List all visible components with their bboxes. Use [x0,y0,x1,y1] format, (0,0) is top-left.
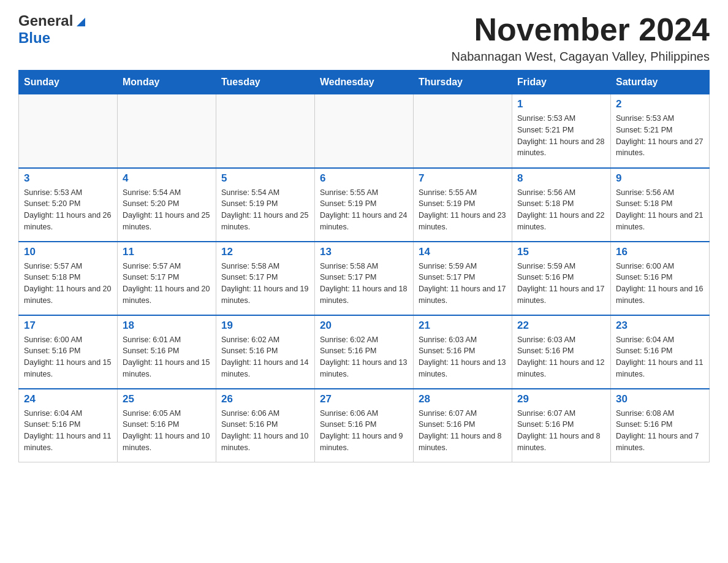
calendar-cell: 4Sunrise: 5:54 AM Sunset: 5:20 PM Daylig… [118,168,216,242]
day-info: Sunrise: 5:58 AM Sunset: 5:17 PM Dayligh… [221,261,309,307]
calendar-cell: 1Sunrise: 5:53 AM Sunset: 5:21 PM Daylig… [512,94,611,168]
calendar-cell: 29Sunrise: 6:07 AM Sunset: 5:16 PM Dayli… [512,389,611,462]
day-number: 8 [517,172,605,185]
day-info: Sunrise: 5:53 AM Sunset: 5:20 PM Dayligh… [24,187,112,233]
calendar-header-row: SundayMondayTuesdayWednesdayThursdayFrid… [19,71,710,94]
day-info: Sunrise: 6:04 AM Sunset: 5:16 PM Dayligh… [616,334,704,380]
day-number: 15 [517,246,605,258]
calendar-cell: 5Sunrise: 5:54 AM Sunset: 5:19 PM Daylig… [216,168,315,242]
header-sunday: Sunday [19,71,118,94]
day-number: 2 [616,98,704,110]
day-number: 26 [221,393,309,405]
logo-triangle-icon [74,15,85,26]
day-info: Sunrise: 6:06 AM Sunset: 5:16 PM Dayligh… [320,408,408,454]
header-monday: Monday [118,71,216,94]
calendar-cell: 22Sunrise: 6:03 AM Sunset: 5:16 PM Dayli… [512,315,611,389]
day-number: 5 [221,172,309,185]
calendar-cell: 13Sunrise: 5:58 AM Sunset: 5:17 PM Dayli… [315,242,414,315]
calendar-cell [414,94,512,168]
calendar-cell: 25Sunrise: 6:05 AM Sunset: 5:16 PM Dayli… [118,389,216,462]
day-number: 24 [24,393,112,405]
calendar-cell: 16Sunrise: 6:00 AM Sunset: 5:16 PM Dayli… [611,242,710,315]
day-info: Sunrise: 6:01 AM Sunset: 5:16 PM Dayligh… [123,334,211,380]
calendar-cell: 15Sunrise: 5:59 AM Sunset: 5:16 PM Dayli… [512,242,611,315]
day-info: Sunrise: 6:03 AM Sunset: 5:16 PM Dayligh… [419,334,507,380]
calendar-cell: 20Sunrise: 6:02 AM Sunset: 5:16 PM Dayli… [315,315,414,389]
day-info: Sunrise: 6:06 AM Sunset: 5:16 PM Dayligh… [221,408,309,454]
logo-general: General [18,12,73,29]
calendar-week-row: 17Sunrise: 6:00 AM Sunset: 5:16 PM Dayli… [19,315,710,389]
day-info: Sunrise: 6:00 AM Sunset: 5:16 PM Dayligh… [24,334,112,380]
calendar-week-row: 3Sunrise: 5:53 AM Sunset: 5:20 PM Daylig… [19,168,710,242]
calendar-cell: 27Sunrise: 6:06 AM Sunset: 5:16 PM Dayli… [315,389,414,462]
calendar-cell [315,94,414,168]
day-number: 3 [24,172,112,185]
calendar-cell: 14Sunrise: 5:59 AM Sunset: 5:17 PM Dayli… [414,242,512,315]
header-tuesday: Tuesday [216,71,315,94]
day-number: 7 [419,172,507,185]
day-info: Sunrise: 5:56 AM Sunset: 5:18 PM Dayligh… [616,187,704,233]
calendar-cell: 18Sunrise: 6:01 AM Sunset: 5:16 PM Dayli… [118,315,216,389]
calendar-cell: 26Sunrise: 6:06 AM Sunset: 5:16 PM Dayli… [216,389,315,462]
day-number: 17 [24,320,112,332]
day-info: Sunrise: 6:03 AM Sunset: 5:16 PM Dayligh… [517,334,605,380]
header-friday: Friday [512,71,611,94]
calendar-cell: 12Sunrise: 5:58 AM Sunset: 5:17 PM Dayli… [216,242,315,315]
calendar-cell: 3Sunrise: 5:53 AM Sunset: 5:20 PM Daylig… [19,168,118,242]
calendar-cell: 17Sunrise: 6:00 AM Sunset: 5:16 PM Dayli… [19,315,118,389]
day-info: Sunrise: 5:59 AM Sunset: 5:16 PM Dayligh… [517,261,605,307]
day-info: Sunrise: 5:55 AM Sunset: 5:19 PM Dayligh… [320,187,408,233]
day-number: 28 [419,393,507,405]
calendar-cell: 21Sunrise: 6:03 AM Sunset: 5:16 PM Dayli… [414,315,512,389]
calendar-cell: 7Sunrise: 5:55 AM Sunset: 5:19 PM Daylig… [414,168,512,242]
day-number: 4 [123,172,211,185]
day-number: 11 [123,246,211,258]
day-number: 1 [517,98,605,110]
day-info: Sunrise: 6:00 AM Sunset: 5:16 PM Dayligh… [616,261,704,307]
svg-marker-0 [77,18,85,26]
calendar-cell [19,94,118,168]
header: General Blue November 2024 Nabannagan We… [18,12,710,64]
day-info: Sunrise: 6:02 AM Sunset: 5:16 PM Dayligh… [221,334,309,380]
calendar-cell: 10Sunrise: 5:57 AM Sunset: 5:18 PM Dayli… [19,242,118,315]
day-number: 20 [320,320,408,332]
header-saturday: Saturday [611,71,710,94]
day-info: Sunrise: 5:54 AM Sunset: 5:20 PM Dayligh… [123,187,211,233]
day-number: 29 [517,393,605,405]
calendar-week-row: 1Sunrise: 5:53 AM Sunset: 5:21 PM Daylig… [19,94,710,168]
header-thursday: Thursday [414,71,512,94]
day-info: Sunrise: 5:54 AM Sunset: 5:19 PM Dayligh… [221,187,309,233]
day-number: 21 [419,320,507,332]
calendar-week-row: 24Sunrise: 6:04 AM Sunset: 5:16 PM Dayli… [19,389,710,462]
calendar: SundayMondayTuesdayWednesdayThursdayFrid… [18,70,710,462]
day-info: Sunrise: 5:56 AM Sunset: 5:18 PM Dayligh… [517,187,605,233]
calendar-cell: 28Sunrise: 6:07 AM Sunset: 5:16 PM Dayli… [414,389,512,462]
day-number: 19 [221,320,309,332]
day-number: 18 [123,320,211,332]
day-info: Sunrise: 5:57 AM Sunset: 5:17 PM Dayligh… [123,261,211,307]
day-info: Sunrise: 6:04 AM Sunset: 5:16 PM Dayligh… [24,408,112,454]
day-info: Sunrise: 6:02 AM Sunset: 5:16 PM Dayligh… [320,334,408,380]
day-info: Sunrise: 5:55 AM Sunset: 5:19 PM Dayligh… [419,187,507,233]
day-info: Sunrise: 5:59 AM Sunset: 5:17 PM Dayligh… [419,261,507,307]
calendar-cell: 23Sunrise: 6:04 AM Sunset: 5:16 PM Dayli… [611,315,710,389]
header-wednesday: Wednesday [315,71,414,94]
day-number: 30 [616,393,704,405]
day-info: Sunrise: 6:07 AM Sunset: 5:16 PM Dayligh… [517,408,605,454]
day-info: Sunrise: 6:05 AM Sunset: 5:16 PM Dayligh… [123,408,211,454]
calendar-cell: 9Sunrise: 5:56 AM Sunset: 5:18 PM Daylig… [611,168,710,242]
subtitle: Nabannagan West, Cagayan Valley, Philipp… [452,50,710,64]
day-info: Sunrise: 5:58 AM Sunset: 5:17 PM Dayligh… [320,261,408,307]
day-info: Sunrise: 6:07 AM Sunset: 5:16 PM Dayligh… [419,408,507,454]
calendar-cell [118,94,216,168]
day-info: Sunrise: 5:57 AM Sunset: 5:18 PM Dayligh… [24,261,112,307]
day-info: Sunrise: 5:53 AM Sunset: 5:21 PM Dayligh… [616,113,704,159]
calendar-cell: 6Sunrise: 5:55 AM Sunset: 5:19 PM Daylig… [315,168,414,242]
calendar-cell: 24Sunrise: 6:04 AM Sunset: 5:16 PM Dayli… [19,389,118,462]
title-area: November 2024 Nabannagan West, Cagayan V… [452,12,710,64]
day-number: 10 [24,246,112,258]
calendar-cell [216,94,315,168]
day-number: 25 [123,393,211,405]
calendar-cell: 11Sunrise: 5:57 AM Sunset: 5:17 PM Dayli… [118,242,216,315]
day-info: Sunrise: 5:53 AM Sunset: 5:21 PM Dayligh… [517,113,605,159]
